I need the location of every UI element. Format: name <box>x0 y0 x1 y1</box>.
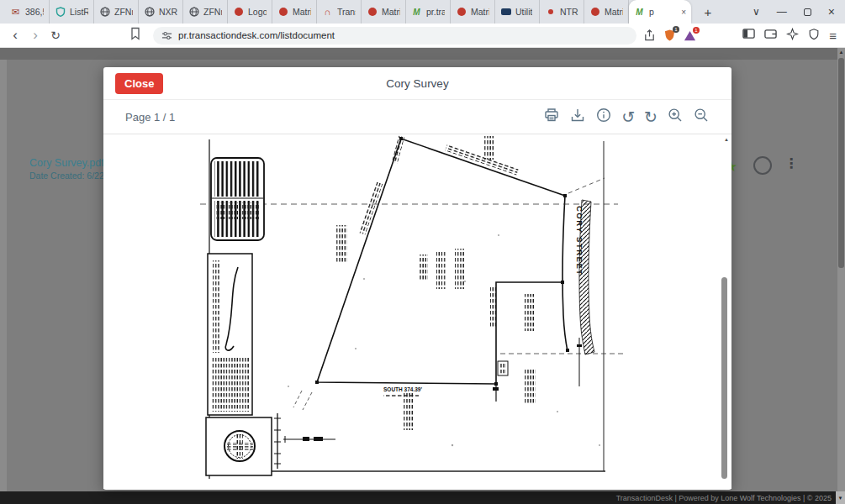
rotate-ccw-icon[interactable]: ↺ <box>621 108 635 125</box>
zoom-out-icon[interactable] <box>693 107 710 127</box>
title-block <box>208 254 252 415</box>
tab-label: pr.tra <box>426 7 445 17</box>
browser-tab-zfn-2[interactable]: ZFNm <box>183 0 228 24</box>
tab-label: ZFNm <box>203 7 222 17</box>
wallet-icon[interactable] <box>764 28 777 43</box>
info-icon[interactable] <box>595 107 612 127</box>
red-app-icon <box>277 7 288 18</box>
browser-tab-matrix-3[interactable]: Matri <box>451 0 495 24</box>
survey-drawing: CORY STREET <box>103 134 731 489</box>
tab-label: p <box>649 7 654 17</box>
page-scrollbar-thumb[interactable] <box>838 58 844 268</box>
browser-tab-matrix-4[interactable]: Matri <box>584 0 629 24</box>
globe-icon <box>188 7 199 18</box>
address-bar: ‹ › ↻ pr.transactiondesk.com/listdocumen… <box>0 24 845 48</box>
forward-button[interactable]: › <box>25 24 45 46</box>
tab-label: Utilit <box>515 7 532 17</box>
shield-outline-icon[interactable] <box>808 28 820 44</box>
browser-tab-mail[interactable]: ✉ 386,5 <box>5 0 50 24</box>
browser-tab-matrix-1[interactable]: Matri <box>272 0 317 24</box>
site-settings-icon[interactable] <box>161 30 172 41</box>
nav-right-icons: ≡ <box>742 28 837 44</box>
url-bar[interactable]: pr.transactiondesk.com/listdocument <box>153 27 636 45</box>
legal-notes-block <box>211 158 264 240</box>
alert-triangle-icon[interactable]: 1 <box>684 29 696 42</box>
tab-label: NXRV <box>159 7 177 17</box>
browser-tab-transactiondesk[interactable]: ∩ Trans <box>317 0 362 24</box>
reload-button[interactable]: ↻ <box>45 24 66 46</box>
navy-app-icon <box>500 7 511 18</box>
kebab-menu-icon[interactable]: ⋮ <box>784 155 798 171</box>
teal-shield-icon <box>55 7 66 18</box>
document-viewer[interactable]: CORY STREET <box>103 134 731 489</box>
browser-tab-nxr[interactable]: NXRV <box>139 0 183 24</box>
scroll-down-arrow-icon[interactable]: ▼ <box>836 491 845 504</box>
viewer-toolbar: Page 1 / 1 ↺ ↻ <box>103 100 731 134</box>
sparkle-icon[interactable] <box>786 28 799 44</box>
sidebar-toggle-icon[interactable] <box>742 28 755 43</box>
nav-mid-icons: 1 1 <box>643 29 696 42</box>
scroll-up-arrow-icon[interactable]: ▲ <box>837 50 845 55</box>
red-app-icon <box>233 7 244 18</box>
browser-tab-zfn-1[interactable]: ZFNm <box>94 0 139 24</box>
page-header-band <box>0 48 845 60</box>
page-area: Cory Survey.pdf Date Created: 6/22 ★ ⋮ ▲… <box>0 48 845 491</box>
viewer-scroll-up-icon[interactable]: ▲ <box>724 137 729 142</box>
tab-label: Trans <box>337 7 356 17</box>
window-close-button[interactable]: × <box>828 7 835 17</box>
tab-label: ZFNm <box>114 7 133 17</box>
tab-label: Matri <box>293 7 311 17</box>
surveyor-seal <box>206 417 272 475</box>
tab-search-chevron-icon[interactable]: ∨ <box>753 7 760 17</box>
page-left-edge <box>0 60 7 491</box>
document-file-name[interactable]: Cory Survey.pdf <box>29 157 104 169</box>
download-icon[interactable] <box>569 107 586 127</box>
restore-button[interactable] <box>804 8 811 16</box>
red-app-icon <box>589 7 600 18</box>
tab-label: NTRE <box>560 7 578 17</box>
tab-label: Matri <box>382 7 400 17</box>
page-indicator: Page 1 / 1 <box>125 111 175 123</box>
red-loop-icon: ∩ <box>322 7 333 18</box>
menu-icon[interactable]: ≡ <box>829 29 837 43</box>
viewer-tool-icons: ↺ ↻ <box>543 107 710 127</box>
browser-tab-prtra[interactable]: M pr.tra <box>406 0 451 24</box>
zoom-in-icon[interactable] <box>667 107 684 127</box>
minimize-button[interactable]: — <box>777 7 787 17</box>
scale-bar <box>274 413 335 469</box>
close-button[interactable]: Close <box>115 73 163 94</box>
window-controls: ∨ — × <box>753 7 835 17</box>
viewer-scrollbar-thumb[interactable] <box>721 277 727 479</box>
alert-badge: 1 <box>693 27 700 34</box>
red-donut-icon <box>545 7 556 18</box>
brave-shield-icon[interactable]: 1 <box>663 29 676 42</box>
browser-tab-listreports[interactable]: ListR <box>50 0 94 24</box>
select-checkbox[interactable] <box>753 156 772 175</box>
shield-badge: 1 <box>673 26 679 33</box>
tab-close-icon[interactable]: × <box>681 8 686 17</box>
street-name-label: CORY STREET <box>575 206 584 276</box>
browser-tab-matrix-2[interactable]: Matri <box>362 0 406 24</box>
bookmark-icon[interactable] <box>129 27 141 44</box>
browser-tab-active[interactable]: M p × <box>629 0 691 24</box>
tab-label: ListR <box>70 7 88 17</box>
browser-tab-utilities[interactable]: Utilit <box>495 0 540 24</box>
page-scrollbar[interactable]: ▲ <box>837 48 845 491</box>
rotate-cw-icon[interactable]: ↻ <box>644 108 658 125</box>
print-icon[interactable] <box>543 107 560 127</box>
footer-bar: TransactionDesk | Powered by Lone Wolf T… <box>0 491 845 504</box>
browser-tab-logo[interactable]: Logo <box>228 0 272 24</box>
globe-icon <box>99 7 110 18</box>
modal-header: Close Cory Survey <box>103 67 731 100</box>
tab-label: Logo <box>248 7 267 17</box>
share-icon[interactable] <box>643 29 656 42</box>
interior-features <box>493 338 582 402</box>
tab-label: Matri <box>605 7 623 17</box>
back-button[interactable]: ‹ <box>5 24 25 46</box>
red-app-icon <box>456 7 467 18</box>
browser-tab-ntreis[interactable]: NTRE <box>540 0 584 24</box>
new-tab-button[interactable]: + <box>700 5 716 19</box>
green-m-icon: M <box>634 7 645 18</box>
url-text[interactable]: pr.transactiondesk.com/listdocument <box>178 30 335 40</box>
scan-text-noise <box>336 136 536 430</box>
